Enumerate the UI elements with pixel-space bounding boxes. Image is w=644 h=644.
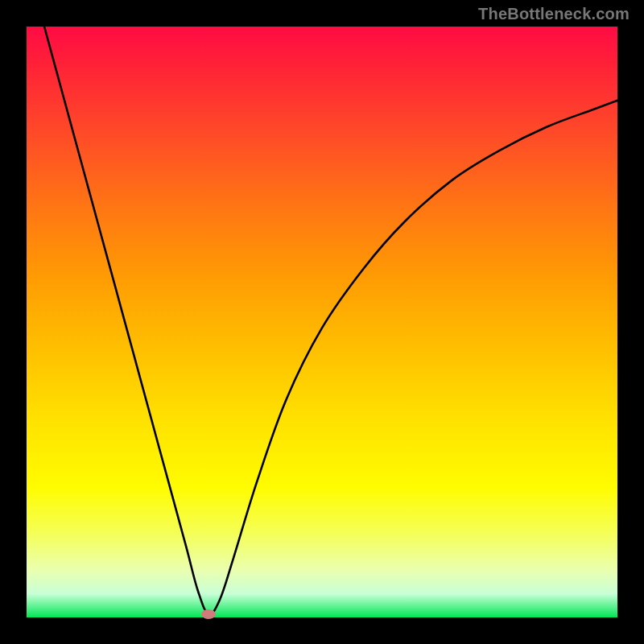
chart-canvas: TheBottleneck.com <box>0 0 644 644</box>
minimum-marker <box>201 609 216 619</box>
bottleneck-curve <box>27 27 617 617</box>
plot-area <box>27 27 617 617</box>
watermark-text: TheBottleneck.com <box>478 5 630 23</box>
